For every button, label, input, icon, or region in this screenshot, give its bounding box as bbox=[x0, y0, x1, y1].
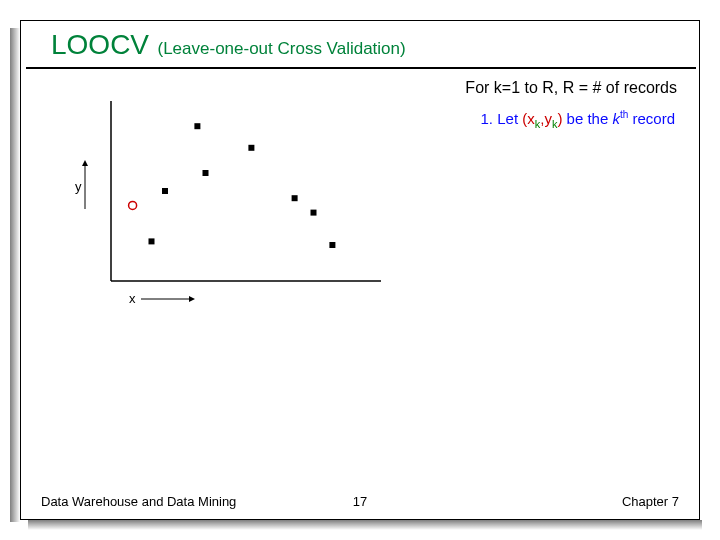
title-subtitle: (Leave-one-out Cross Validation) bbox=[157, 39, 405, 58]
step-mid: be the bbox=[567, 110, 613, 127]
title-main: LOOCV bbox=[51, 29, 149, 60]
kth-k: k bbox=[612, 110, 620, 127]
svg-marker-3 bbox=[82, 160, 88, 166]
svg-rect-10 bbox=[194, 123, 200, 129]
scatter-chart: yx bbox=[71, 91, 391, 311]
xk-x: x bbox=[527, 110, 535, 127]
step-prefix: Let bbox=[497, 110, 522, 127]
svg-rect-11 bbox=[203, 170, 209, 176]
chart-svg: yx bbox=[71, 91, 391, 311]
svg-rect-9 bbox=[162, 188, 168, 194]
kth-th: th bbox=[620, 109, 628, 120]
bottom-shadow bbox=[28, 520, 702, 530]
svg-rect-8 bbox=[149, 238, 155, 244]
step-1-text: 1. Let (xk,yk) be the kth record bbox=[481, 109, 675, 130]
step-num: 1. bbox=[481, 110, 494, 127]
svg-rect-15 bbox=[329, 242, 335, 248]
yk-y: y bbox=[544, 110, 552, 127]
page-number: 17 bbox=[353, 494, 367, 509]
svg-text:y: y bbox=[75, 179, 82, 194]
loop-text: For k=1 to R, R = # of records bbox=[465, 79, 677, 97]
yk-close: ) bbox=[557, 110, 562, 127]
svg-point-16 bbox=[129, 201, 137, 209]
footer: Data Warehouse and Data Mining 17 Chapte… bbox=[41, 494, 679, 509]
title-area: LOOCV (Leave-one-out Cross Validation) bbox=[26, 29, 696, 69]
svg-text:x: x bbox=[129, 291, 136, 306]
slide-frame: LOOCV (Leave-one-out Cross Validation) F… bbox=[20, 20, 700, 520]
svg-marker-6 bbox=[189, 296, 195, 302]
svg-rect-12 bbox=[248, 145, 254, 151]
svg-rect-13 bbox=[292, 195, 298, 201]
footer-left: Data Warehouse and Data Mining bbox=[41, 494, 236, 509]
svg-rect-14 bbox=[311, 210, 317, 216]
footer-right: Chapter 7 bbox=[622, 494, 679, 509]
step-suffix: record bbox=[632, 110, 675, 127]
left-shadow bbox=[10, 28, 20, 522]
